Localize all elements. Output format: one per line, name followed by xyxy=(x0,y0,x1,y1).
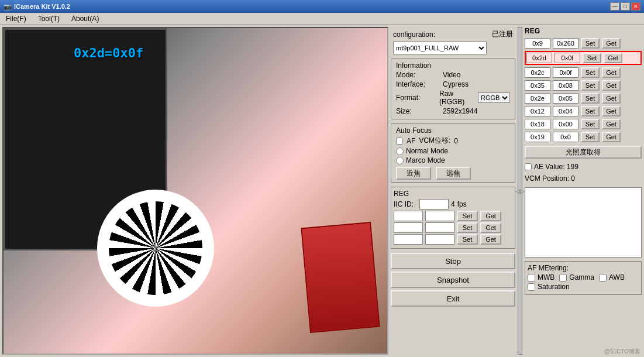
stop-button[interactable]: Stop xyxy=(391,253,515,269)
reg-set-2[interactable]: Set xyxy=(457,222,478,233)
reg-panel-get-7[interactable]: Get xyxy=(602,132,621,142)
reg-panel-set-5[interactable]: Set xyxy=(581,106,600,116)
reg-panel-row-5: Set Get xyxy=(525,106,642,116)
config-select[interactable]: mt9p001_FULL_RAW xyxy=(393,42,487,54)
menu-file[interactable]: File(F) xyxy=(2,13,30,24)
reg-val-3[interactable] xyxy=(425,234,454,245)
reg-panel-addr-2[interactable] xyxy=(525,67,550,78)
marco-mode-radio-input[interactable] xyxy=(396,157,404,164)
close-button[interactable]: ✕ xyxy=(631,2,640,11)
reg-addr-2[interactable] xyxy=(394,222,423,233)
reg-panel: REG Set Get Set Get Set Get Set Get xyxy=(525,27,642,355)
reg-panel-get-6[interactable]: Get xyxy=(602,119,621,129)
gamma-checkbox-label[interactable]: Gamma xyxy=(559,273,594,282)
far-focus-button[interactable]: 远焦 xyxy=(436,167,471,180)
guangzhao-button[interactable]: 光照度取得 xyxy=(525,146,642,159)
reg-get-1[interactable]: Get xyxy=(480,211,501,221)
reg-addr-1[interactable] xyxy=(394,211,423,221)
reg-panel-title: REG xyxy=(525,27,642,35)
saturation-checkbox-label[interactable]: Saturation xyxy=(528,283,570,291)
reg-panel-val-0[interactable] xyxy=(553,38,578,49)
reg-panel-get-2[interactable]: Get xyxy=(602,67,621,78)
reg-panel-row-0: Set Get xyxy=(525,38,642,49)
reg-panel-row-2: Set Get xyxy=(525,67,642,78)
saturation-checkbox[interactable] xyxy=(528,283,535,291)
mode-row: Mode: Video xyxy=(396,71,510,79)
reg-set-3[interactable]: Set xyxy=(457,234,478,245)
marco-mode-radio[interactable]: Marco Mode xyxy=(396,156,510,164)
near-focus-button[interactable]: 近焦 xyxy=(396,167,431,180)
gamma-checkbox[interactable] xyxy=(559,274,567,282)
awb-checkbox-label[interactable]: AWB xyxy=(599,273,625,282)
reg-panel-set-3[interactable]: Set xyxy=(581,80,600,91)
interface-row: Interface: Cypress xyxy=(396,80,510,88)
reg-panel-addr-6[interactable] xyxy=(525,119,550,129)
af-checkbox[interactable] xyxy=(396,138,403,145)
reg-get-2[interactable]: Get xyxy=(480,222,501,233)
normal-mode-radio-input[interactable] xyxy=(396,147,404,155)
iic-id-input[interactable] xyxy=(419,199,449,210)
format-select[interactable]: RGGB xyxy=(478,92,510,103)
marco-mode-label: Marco Mode xyxy=(406,156,445,164)
reg-panel-val-7[interactable] xyxy=(553,132,578,142)
config-label: configuration: xyxy=(393,30,435,39)
log-textarea[interactable] xyxy=(525,187,642,258)
panel-divider[interactable]: ◁▷ xyxy=(518,27,522,355)
reg-panel-row-4: Set Get xyxy=(525,93,642,104)
reg-val-2[interactable] xyxy=(425,222,454,233)
reg-panel-set-1[interactable]: Set xyxy=(583,53,601,63)
reg-set-1[interactable]: Set xyxy=(457,211,478,221)
reg-panel-val-5[interactable] xyxy=(553,106,578,116)
reg-panel-addr-5[interactable] xyxy=(525,106,550,116)
af-metering-box: AF MEtering: MWB Gamma AWB Satur xyxy=(525,261,642,295)
target-chart xyxy=(97,190,214,307)
reg-panel-val-6[interactable] xyxy=(553,119,578,129)
snapshot-button[interactable]: Snapshot xyxy=(391,272,515,288)
reg-panel-addr-3[interactable] xyxy=(525,80,550,91)
af-checkbox-row: AF VCM位移: 0 xyxy=(396,136,510,146)
target-inner xyxy=(109,201,202,295)
reg-panel-val-1[interactable] xyxy=(555,53,580,63)
reg-panel-set-4[interactable]: Set xyxy=(581,93,600,104)
ae-checkbox[interactable] xyxy=(525,163,532,170)
app-title: iCamera Kit V1.0.2 xyxy=(14,3,70,10)
reg-get-3[interactable]: Get xyxy=(480,234,501,245)
reg-panel-addr-0[interactable] xyxy=(525,38,550,49)
awb-label: AWB xyxy=(609,273,625,282)
normal-mode-radio[interactable]: Normal Mode xyxy=(396,147,510,155)
reg-panel-val-4[interactable] xyxy=(553,93,578,104)
title-bar-controls: — □ ✕ xyxy=(610,2,640,11)
reg-panel-set-7[interactable]: Set xyxy=(581,132,600,142)
reg-panel-get-4[interactable]: Get xyxy=(602,93,621,104)
mwb-checkbox-label[interactable]: MWB xyxy=(528,273,555,282)
fps-label: fps xyxy=(457,200,467,208)
reg-panel-addr-4[interactable] xyxy=(525,93,550,104)
exit-button[interactable]: Exit xyxy=(391,290,515,307)
af-box: Auto Focus AF VCM位移: 0 Normal Mode Marco… xyxy=(391,123,515,183)
reg-panel-set-0[interactable]: Set xyxy=(581,38,600,49)
reg-panel-addr-1[interactable] xyxy=(526,53,552,63)
reg-panel-addr-7[interactable] xyxy=(525,132,550,142)
reg-panel-set-2[interactable]: Set xyxy=(581,67,600,78)
reg-panel-val-2[interactable] xyxy=(553,67,578,78)
reg-panel-row-3: Set Get xyxy=(525,80,642,91)
iic-id-row: IIC ID: 4 fps xyxy=(394,199,512,210)
app-icon: 📷 xyxy=(4,3,12,11)
reg-addr-3[interactable] xyxy=(394,234,423,245)
vcm-value: 0 xyxy=(454,137,458,145)
mwb-label: MWB xyxy=(538,273,555,282)
reg-panel-get-1[interactable]: Get xyxy=(604,53,622,63)
menu-tool[interactable]: Tool(T) xyxy=(35,13,63,24)
reg-panel-val-3[interactable] xyxy=(553,80,578,91)
reg-panel-get-0[interactable]: Get xyxy=(602,38,621,49)
reg-val-1[interactable] xyxy=(425,211,454,221)
maximize-button[interactable]: □ xyxy=(621,2,630,11)
mwb-checkbox[interactable] xyxy=(528,274,535,282)
awb-checkbox[interactable] xyxy=(599,274,607,282)
reg-panel-get-5[interactable]: Get xyxy=(602,106,621,116)
menu-about[interactable]: About(A) xyxy=(68,13,102,24)
reg-panel-get-3[interactable]: Get xyxy=(602,80,621,91)
minimize-button[interactable]: — xyxy=(610,2,619,11)
reg-panel-set-6[interactable]: Set xyxy=(581,119,600,129)
size-label: Size: xyxy=(396,107,437,115)
